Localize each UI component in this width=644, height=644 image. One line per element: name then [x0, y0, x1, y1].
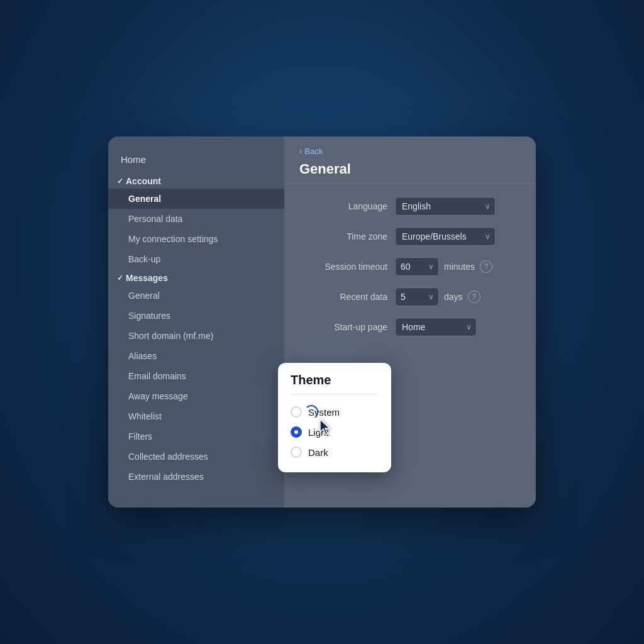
sidebar-item-short-domain[interactable]: Short domain (mf.me) [108, 326, 284, 346]
sidebar: Home ✓ Account General Personal data My … [108, 136, 284, 508]
sidebar-section-messages: ✓ Messages [108, 269, 284, 286]
recent-data-label: Recent data [299, 292, 387, 302]
sidebar-home[interactable]: Home [108, 149, 284, 172]
recent-data-unit: days [444, 292, 463, 302]
language-row: Language English French German [299, 197, 521, 216]
language-label: Language [299, 201, 387, 211]
startup-page-row: Start-up page Home Inbox Calendar [299, 318, 521, 336]
recent-data-help-icon[interactable]: ? [468, 291, 480, 303]
sidebar-item-email-domains[interactable]: Email domains [108, 366, 284, 386]
sidebar-item-signatures[interactable]: Signatures [108, 306, 284, 326]
theme-radio-light [291, 426, 302, 438]
theme-radio-dark [291, 447, 302, 458]
sidebar-item-collected-addresses[interactable]: Collected addresses [108, 447, 284, 467]
sidebar-item-away-message[interactable]: Away message [108, 386, 284, 406]
startup-page-control: Home Inbox Calendar [395, 318, 477, 336]
recent-data-select[interactable]: 5 3 7 14 [395, 287, 439, 306]
language-select[interactable]: English French German [395, 197, 496, 216]
startup-select-wrapper: Home Inbox Calendar [395, 318, 477, 336]
startup-page-select[interactable]: Home Inbox Calendar [395, 318, 477, 336]
sidebar-item-backup[interactable]: Back-up [108, 249, 284, 269]
session-timeout-select[interactable]: 60 30 90 [395, 257, 439, 276]
sidebar-item-personal-data[interactable]: Personal data [108, 209, 284, 229]
theme-option-dark[interactable]: Dark [291, 442, 379, 462]
timezone-control: Europe/Brussels Europe/London America/Ne… [395, 227, 496, 246]
session-unit: minutes [444, 262, 475, 272]
sidebar-item-filters[interactable]: Filters [108, 426, 284, 447]
back-chevron-icon: ‹ [299, 147, 302, 156]
back-button[interactable]: ‹ Back [299, 147, 521, 156]
recent-data-row: Recent data 5 3 7 14 days ? [299, 287, 521, 306]
sidebar-item-account-general[interactable]: General [108, 189, 284, 209]
startup-page-label: Start-up page [299, 322, 387, 332]
language-select-wrapper: English French German [395, 197, 496, 216]
main-header: ‹ Back General [284, 136, 536, 184]
sidebar-item-whitelist[interactable]: Whitelist [108, 406, 284, 426]
theme-option-system[interactable]: System [291, 402, 379, 422]
session-timeout-label: Session timeout [299, 262, 387, 272]
theme-label-light: Light [308, 427, 329, 438]
app-window: Home ✓ Account General Personal data My … [108, 136, 536, 508]
sidebar-item-aliases[interactable]: Aliases [108, 346, 284, 366]
timezone-label: Time zone [299, 231, 387, 242]
theme-popup: Theme System Light Dark [278, 363, 391, 472]
timezone-row: Time zone Europe/Brussels Europe/London … [299, 227, 521, 246]
sidebar-item-external-addresses[interactable]: External addresses [108, 467, 284, 487]
theme-radio-system [291, 406, 302, 418]
page-title: General [299, 161, 521, 177]
sidebar-item-messages-general[interactable]: General [108, 286, 284, 306]
session-timeout-control: 60 30 90 minutes ? [395, 257, 492, 276]
session-help-icon[interactable]: ? [480, 260, 492, 273]
session-select-wrapper: 60 30 90 [395, 257, 439, 276]
theme-label-system: System [308, 407, 340, 418]
recent-data-select-wrapper: 5 3 7 14 [395, 287, 439, 306]
sidebar-section-account: ✓ Account [108, 172, 284, 189]
theme-popup-title: Theme [291, 373, 379, 394]
session-timeout-row: Session timeout 60 30 90 minutes ? [299, 257, 521, 276]
recent-data-control: 5 3 7 14 days ? [395, 287, 480, 306]
theme-option-light[interactable]: Light [291, 422, 379, 442]
language-control: English French German [395, 197, 496, 216]
theme-label-dark: Dark [308, 447, 328, 458]
messages-check-icon: ✓ [117, 274, 123, 282]
timezone-select[interactable]: Europe/Brussels Europe/London America/Ne… [395, 227, 496, 246]
sidebar-item-connection-settings[interactable]: My connection settings [108, 229, 284, 249]
account-check-icon: ✓ [117, 177, 123, 186]
timezone-select-wrapper: Europe/Brussels Europe/London America/Ne… [395, 227, 496, 246]
